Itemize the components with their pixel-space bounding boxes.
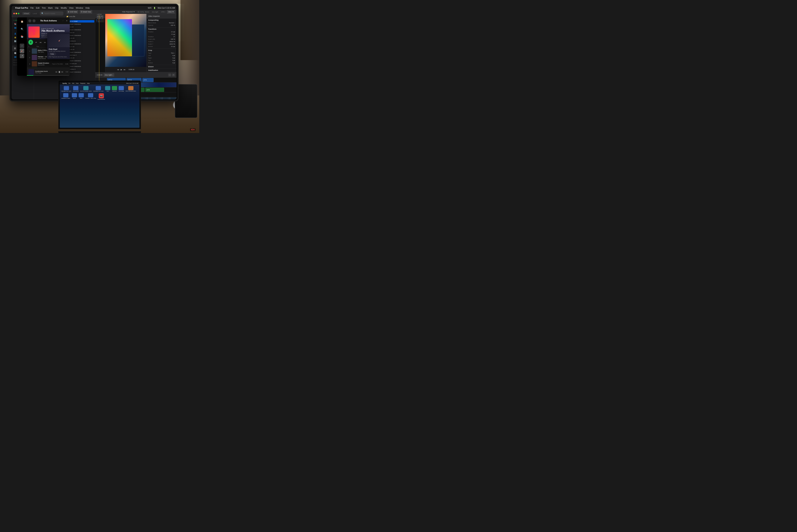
spotify-shuffle-button[interactable]: ⇄	[35, 41, 38, 44]
desktop-icon-abstractt[interactable]: abstractt	[112, 86, 117, 92]
desktop-icon-screenshotter[interactable]: 📷 ScreenShotTer	[97, 93, 105, 100]
spotify-forward-button[interactable]: ›	[33, 19, 36, 22]
scale-x-value[interactable]: 100.8 %	[170, 41, 175, 42]
fcp-smart-collections-5[interactable]: ▶ Smart Collections	[66, 51, 94, 54]
spotify-options-button[interactable]: ⋯	[61, 19, 64, 22]
fcp-item-untitled4[interactable]: ▶ Untitled 4	[66, 68, 94, 71]
fcp-item-8-22-24[interactable]: ▶ 8-22-24	[66, 57, 94, 59]
minimize-button[interactable]	[16, 13, 17, 14]
np-play-button[interactable]: ⏸	[58, 71, 61, 73]
desktop-icon-bikini[interactable]: bikini	[78, 93, 84, 100]
clip-a1-2[interactable]: L4FW	[145, 88, 164, 92]
filmstrip-cell-8[interactable]	[99, 20, 101, 21]
fcp-smart-collections-8[interactable]: ▶ Smart Collections	[66, 71, 94, 73]
desktop-icon-noteboek[interactable]: noteboek 10 aken	[61, 93, 70, 100]
spotify-close-button[interactable]: ✕	[65, 19, 68, 22]
spotify-back-button[interactable]: ‹	[29, 19, 31, 22]
scale-all-value[interactable]: 100 %	[171, 38, 175, 40]
filmstrip-cell-5[interactable]	[103, 19, 104, 20]
preview-play-button[interactable]: ▶	[121, 69, 122, 71]
view-button[interactable]: View ▼	[167, 10, 175, 14]
crop-right-value[interactable]: 0 pt	[172, 57, 175, 59]
spotify-playlist-thumb-3[interactable]: 🎤	[20, 54, 24, 58]
fcp-item-m4[interactable]: ▶ m4 bad pro	[66, 62, 94, 65]
crop-top-value[interactable]: 0 pt	[172, 60, 175, 61]
fcp-item-untitled8[interactable]: ▶ Untitled 8	[66, 40, 94, 42]
fcp-smart-collections-2[interactable]: ▶ Smart Collections	[66, 28, 94, 31]
maximize-button[interactable]	[18, 13, 19, 14]
filmstrip-cell-1[interactable]	[96, 19, 97, 20]
fcp-item-8-17-24[interactable]: ▶ 8-17-24	[66, 45, 94, 48]
timeline-zoom-out[interactable]: −	[168, 73, 171, 76]
np-prev-button[interactable]: ⏮	[55, 71, 57, 73]
fcp-item-pool[interactable]: ▶ pool xvl	[66, 31, 94, 34]
spotify-prev-button[interactable]: ⏮	[39, 41, 42, 44]
filmstrip-cell-14[interactable]	[101, 21, 103, 22]
fcp-smart-collections-7[interactable]: ▶ Smart Collections	[66, 65, 94, 68]
close-button[interactable]	[13, 13, 15, 14]
laptop-menu-help[interactable]: Help	[87, 83, 90, 84]
laptop-menu-view[interactable]: View	[76, 83, 78, 84]
filmstrip-cell-15[interactable]	[103, 21, 104, 22]
desktop-icon-kooze[interactable]: kooze	[72, 93, 77, 100]
spotify-search-button[interactable]: 🔍	[19, 26, 25, 32]
track-row-3[interactable]: 3 Sweet Emotion Aerosmith Toys In The At…	[27, 61, 70, 67]
fcp-item-8-2-24[interactable]: ▶ 8-2-24	[66, 25, 94, 28]
menu-clip[interactable]: Clip	[55, 7, 58, 9]
timeline-zoom-in[interactable]: +	[172, 73, 175, 76]
rotation-value[interactable]: 0°	[173, 36, 175, 38]
np-next-button[interactable]: ⏭	[61, 71, 63, 73]
desktop-icon-viva-songs[interactable]: viva songs	[118, 86, 124, 92]
filmstrip-cell-9[interactable]	[101, 20, 103, 21]
spotify-play-pause-button[interactable]: ⏸	[29, 40, 33, 45]
filmstrip-cell-13[interactable]	[99, 21, 101, 22]
timeline-project-button[interactable]: viva night ↕	[104, 73, 114, 77]
grid-view-button[interactable]: ⊞ Grid View	[67, 10, 78, 14]
filmstrip-cell-7[interactable]	[98, 20, 99, 21]
menu-trim[interactable]: Trim	[42, 7, 46, 9]
preview-next-button[interactable]: ⏭	[124, 69, 126, 71]
menu-help[interactable]: Help	[85, 7, 90, 9]
fcp-smart-collections-1[interactable]: ▶ Smart Collections	[66, 23, 94, 25]
menu-edit[interactable]: Edit	[36, 7, 39, 9]
desktop-icon-noun[interactable]: noun	[105, 86, 110, 92]
laptop-menu-playback[interactable]: Playback	[80, 83, 85, 84]
desktop-icon-copyright-music[interactable]: copyright free music	[61, 86, 71, 92]
desktop-icon-rons-stay[interactable]: Desktop – Ron's Stay	[85, 93, 96, 100]
spotify-home-button[interactable]: 🏠	[19, 19, 25, 24]
fcp-smart-collections-4[interactable]: ▶ Smart Collections	[66, 42, 94, 45]
fcp-smart-collections-3[interactable]: ▶ Smart Collections	[66, 34, 94, 37]
menu-window[interactable]: Window	[76, 7, 83, 9]
tab-local[interactable]: Local	[31, 12, 39, 15]
menu-mark[interactable]: Mark	[48, 7, 53, 9]
spotify-library-button[interactable]: 📚	[19, 34, 25, 39]
fcp-smart-collections-6[interactable]: ▶ Smart Collections	[66, 59, 94, 62]
filmstrip-cell-10[interactable]	[103, 20, 104, 21]
filmstrip-cell-11[interactable]	[96, 21, 97, 22]
filmstrip-cell-4[interactable]	[101, 19, 103, 20]
desktop-icon-viva-symbol[interactable]: viva symbol	[73, 86, 79, 92]
desktop-icon-snapfree[interactable]: snap!tight free music	[93, 86, 104, 92]
blend-value[interactable]: Normal ↕	[169, 22, 175, 24]
filmstrip-cell-3[interactable]	[99, 19, 101, 20]
laptop-menu-edit[interactable]: Edit	[72, 83, 74, 84]
tab-cloud[interactable]: iCloud	[22, 12, 30, 15]
scale-y-value[interactable]: 100.8 %	[170, 43, 175, 45]
filmstrip-cell-6[interactable]	[96, 20, 97, 21]
menu-modify[interactable]: Modify	[61, 7, 67, 9]
fcp-item-mkd[interactable]: ▶ mkd max 2	[66, 54, 94, 57]
spotify-playlist-thumb-2[interactable]: 🎸	[20, 49, 24, 53]
detail-view-button[interactable]: ☰ Detail View	[79, 10, 92, 14]
filmstrip-cell-2[interactable]	[98, 19, 99, 20]
spotify-playlist-thumb-1[interactable]: 🎵	[20, 43, 24, 48]
crop-left-value[interactable]: 0 pt	[172, 55, 175, 56]
fcp-item-8-16-24b[interactable]: ▶ 8-16-24	[66, 48, 94, 51]
crop-type-value[interactable]: Trim ↕	[171, 52, 175, 54]
desktop-icon-vivo-iphone[interactable]: VIVO IPHONE REAL	[125, 86, 136, 92]
crop-bottom-value[interactable]: 0 pt	[172, 62, 175, 64]
spotify-next-button[interactable]: ⏭	[43, 41, 47, 44]
photos-search[interactable]: 🔍 Search Assets	[40, 12, 63, 16]
menu-file[interactable]: File	[30, 7, 34, 9]
artist-follow-button[interactable]: Follow	[49, 53, 56, 55]
preview-prev-button[interactable]: ⏮	[117, 69, 119, 71]
